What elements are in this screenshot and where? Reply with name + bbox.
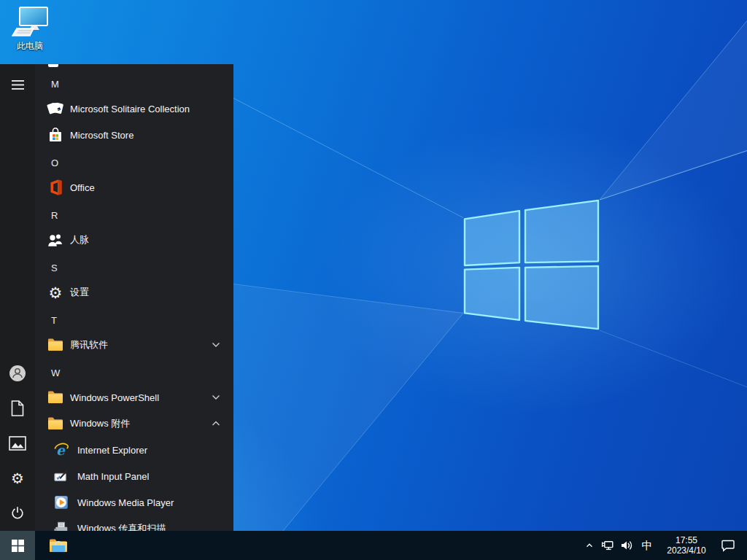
section-header-r[interactable]: R bbox=[35, 202, 233, 228]
partially-scrolled-app-icon bbox=[48, 64, 58, 67]
windows-desktop: 此电脑 bbox=[0, 0, 747, 560]
this-pc-icon bbox=[10, 6, 50, 39]
app-item-office[interactable]: Office bbox=[35, 174, 233, 201]
folder-item-windows-powershell[interactable]: Windows PowerShell bbox=[35, 384, 233, 411]
chevron-down-icon bbox=[212, 342, 220, 348]
math-input-panel-icon bbox=[53, 468, 69, 484]
hamburger-menu-icon bbox=[12, 80, 24, 90]
folder-item-tencent-software[interactable]: 腾讯软件 bbox=[35, 332, 233, 358]
desktop-icon-label: 此电脑 bbox=[17, 40, 43, 52]
system-tray: 中 17:55 2023/4/10 bbox=[581, 531, 741, 560]
section-letter: O bbox=[51, 158, 58, 168]
app-item-microsoft-solitaire-collection[interactable]: ♠ Microsoft Solitaire Collection bbox=[35, 96, 233, 122]
section-header-w[interactable]: W bbox=[35, 359, 233, 386]
hamburger-menu-button[interactable] bbox=[0, 67, 35, 102]
fax-and-scan-icon bbox=[53, 521, 69, 531]
settings-button[interactable]: ⚙ bbox=[0, 461, 35, 496]
section-letter: M bbox=[51, 79, 59, 90]
folder-icon bbox=[47, 415, 64, 432]
user-account-icon bbox=[8, 364, 27, 383]
network-ethernet-icon bbox=[601, 540, 614, 551]
app-item-windows-media-player[interactable]: Windows Media Player bbox=[35, 489, 233, 516]
solitaire-icon: ♠ bbox=[47, 100, 64, 117]
folder-icon bbox=[47, 336, 64, 354]
section-header-m[interactable]: M bbox=[35, 71, 233, 97]
tray-clock[interactable]: 17:55 2023/4/10 bbox=[658, 531, 715, 560]
app-label: Internet Explorer bbox=[77, 445, 147, 456]
file-explorer-button[interactable] bbox=[41, 531, 76, 560]
section-letter: T bbox=[51, 315, 57, 326]
power-icon bbox=[9, 505, 26, 521]
documents-icon bbox=[10, 400, 25, 416]
file-explorer-icon bbox=[49, 537, 68, 553]
section-header-o[interactable]: O bbox=[35, 149, 233, 176]
internet-explorer-icon: e bbox=[53, 442, 69, 458]
app-item-microsoft-store[interactable]: Microsoft Store bbox=[35, 122, 233, 148]
store-icon bbox=[47, 126, 64, 144]
app-label: 设置 bbox=[70, 286, 89, 299]
app-label: Windows PowerShell bbox=[70, 392, 159, 403]
app-item-internet-explorer[interactable]: e Internet Explorer bbox=[35, 437, 233, 463]
app-item-math-input-panel[interactable]: Math Input Panel bbox=[35, 463, 233, 489]
app-label: Windows 传真和扫描 bbox=[77, 522, 166, 531]
pictures-icon bbox=[9, 436, 26, 451]
app-item-windows-fax-and-scan[interactable]: Windows 传真和扫描 bbox=[35, 516, 233, 531]
chevron-up-icon bbox=[584, 540, 595, 551]
pictures-button[interactable] bbox=[0, 426, 35, 461]
tray-volume-button[interactable] bbox=[617, 531, 636, 560]
app-label: Windows Media Player bbox=[77, 497, 174, 508]
app-label: 人脉 bbox=[70, 233, 89, 246]
action-center-icon bbox=[721, 539, 735, 552]
app-label: 腾讯软件 bbox=[70, 338, 108, 351]
tray-time: 17:55 bbox=[676, 535, 697, 545]
documents-button[interactable] bbox=[0, 391, 35, 426]
app-item-settings[interactable]: ⚙ 设置 bbox=[35, 279, 233, 306]
section-letter: S bbox=[51, 262, 58, 273]
section-header-t[interactable]: T bbox=[35, 307, 233, 333]
tray-ime-indicator[interactable]: 中 bbox=[636, 531, 658, 560]
power-button[interactable] bbox=[0, 496, 35, 531]
app-label: Microsoft Solitaire Collection bbox=[70, 104, 190, 114]
chevron-up-icon bbox=[212, 421, 220, 427]
volume-icon bbox=[620, 540, 633, 551]
tray-show-hidden-icons-button[interactable] bbox=[581, 531, 598, 560]
start-menu-rail: ⚙ bbox=[0, 64, 35, 531]
chevron-down-icon bbox=[212, 394, 220, 400]
ime-indicator-label: 中 bbox=[642, 539, 653, 553]
tray-date: 2023/4/10 bbox=[667, 545, 705, 556]
people-icon bbox=[47, 231, 64, 249]
app-label: Office bbox=[70, 182, 95, 193]
office-icon bbox=[47, 179, 64, 196]
app-item-people[interactable]: 人脉 bbox=[35, 227, 233, 253]
app-label: Microsoft Store bbox=[70, 130, 133, 141]
app-label: Math Input Panel bbox=[77, 471, 149, 482]
tray-network-button[interactable] bbox=[598, 531, 617, 560]
section-letter: R bbox=[51, 210, 58, 221]
section-header-s[interactable]: S bbox=[35, 254, 233, 281]
folder-item-windows-accessories[interactable]: Windows 附件 bbox=[35, 411, 233, 437]
user-account-button[interactable] bbox=[0, 356, 35, 391]
action-center-button[interactable] bbox=[715, 531, 741, 560]
windows-media-player-icon bbox=[53, 494, 69, 510]
desktop-icon-this-pc[interactable]: 此电脑 bbox=[7, 6, 53, 52]
settings-gear-icon: ⚙ bbox=[11, 471, 24, 486]
taskbar: 中 17:55 2023/4/10 bbox=[0, 531, 747, 560]
windows-logo-icon bbox=[12, 540, 24, 552]
section-letter: W bbox=[51, 368, 60, 378]
start-menu-app-list: M ♠ Microsoft Solitaire Collection bbox=[35, 64, 233, 531]
folder-icon bbox=[47, 389, 64, 406]
settings-gear-icon: ⚙ bbox=[47, 284, 64, 301]
start-button[interactable] bbox=[0, 531, 35, 560]
app-label: Windows 附件 bbox=[70, 417, 130, 430]
start-menu: ⚙ M ♠ bbox=[0, 64, 233, 531]
